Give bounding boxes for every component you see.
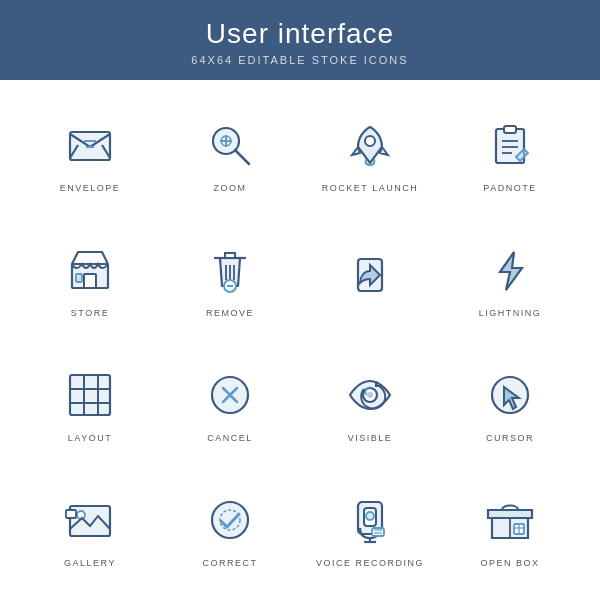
icon-cell-correct: CORRECT (160, 465, 300, 590)
open-box-icon (478, 488, 542, 552)
rocket-label: ROCKET LAUNCH (322, 183, 418, 193)
lightning-label: LIGHTNING (479, 308, 542, 318)
svg-point-42 (366, 512, 374, 520)
icon-cell-remove: REMOVE (160, 215, 300, 340)
page-subtitle: 64X64 EDITABLE STOKE ICONS (10, 54, 590, 66)
cursor-label: CURSOR (486, 433, 534, 443)
svg-rect-16 (76, 274, 82, 282)
correct-icon (198, 488, 262, 552)
icon-cell-open-box: OPEN BOX (440, 465, 580, 590)
icon-cell-screenshare (300, 215, 440, 340)
svg-rect-37 (66, 510, 76, 518)
layout-icon (58, 363, 122, 427)
cursor-icon (478, 363, 542, 427)
screenshare-icon (338, 243, 402, 307)
voice-recording-label: VOICE RECORDING (316, 558, 424, 568)
correct-label: CORRECT (203, 558, 258, 568)
svg-rect-45 (372, 528, 384, 536)
icon-cell-cancel: CANCEL (160, 340, 300, 465)
icon-cell-visible: VISIBLE (300, 340, 440, 465)
visible-icon (338, 363, 402, 427)
voice-recording-icon (338, 488, 402, 552)
icon-cell-padnote: PADNOTE (440, 90, 580, 215)
svg-rect-15 (84, 274, 96, 288)
envelope-icon (58, 113, 122, 177)
svg-line-4 (235, 150, 249, 164)
icon-cell-lightning: LIGHTNING (440, 215, 580, 340)
svg-rect-24 (70, 375, 110, 415)
open-box-label: OPEN BOX (480, 558, 539, 568)
padnote-label: PADNOTE (483, 183, 536, 193)
gallery-label: GALLERY (64, 558, 116, 568)
svg-point-38 (212, 502, 248, 538)
store-label: STORE (71, 308, 109, 318)
zoom-label: ZOOM (214, 183, 247, 193)
remove-icon (198, 238, 262, 302)
zoom-icon (198, 113, 262, 177)
padnote-icon (478, 113, 542, 177)
icons-grid: ENVELOPE ZOOM ROCKET LAUNCH (0, 80, 600, 600)
icon-cell-rocket: ROCKET LAUNCH (300, 90, 440, 215)
gallery-icon (58, 488, 122, 552)
icon-cell-voice-recording: VOICE RECORDING (300, 465, 440, 590)
svg-point-33 (367, 392, 373, 398)
visible-label: VISIBLE (348, 433, 393, 443)
rocket-launch-icon (338, 113, 402, 177)
layout-label: LAYOUT (68, 433, 112, 443)
cancel-label: CANCEL (207, 433, 253, 443)
icon-cell-gallery: GALLERY (20, 465, 160, 590)
svg-rect-10 (504, 126, 516, 133)
icon-cell-cursor: CURSOR (440, 340, 580, 465)
envelope-label: ENVELOPE (60, 183, 121, 193)
header: User interface 64X64 EDITABLE STOKE ICON… (0, 0, 600, 80)
cancel-icon (198, 363, 262, 427)
lightning-icon (478, 238, 542, 302)
icon-cell-store: STORE (20, 215, 160, 340)
icon-cell-layout: LAYOUT (20, 340, 160, 465)
icon-cell-envelope: ENVELOPE (20, 90, 160, 215)
icon-cell-zoom: ZOOM (160, 90, 300, 215)
store-icon (58, 238, 122, 302)
page-title: User interface (10, 18, 590, 50)
svg-point-8 (365, 136, 375, 146)
remove-label: REMOVE (206, 308, 254, 318)
